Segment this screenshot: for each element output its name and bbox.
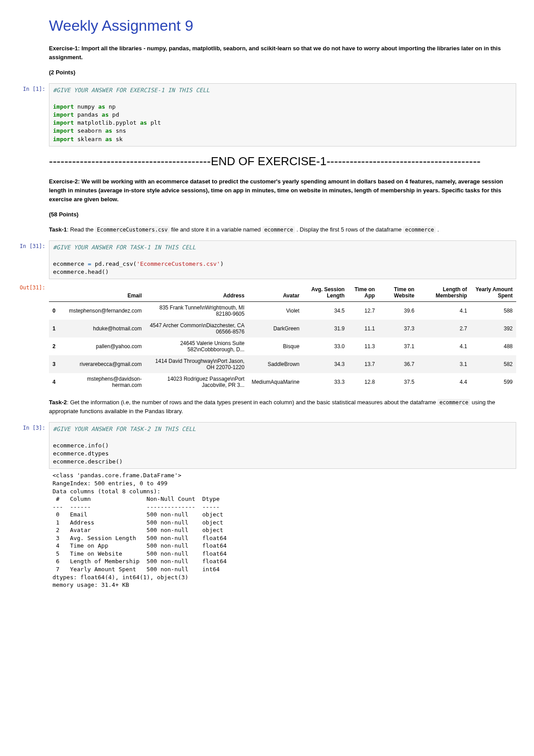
table-cell: 4547 Archer Common\nDiazchester, CA 0656… [146, 320, 248, 337]
kw: import [53, 127, 74, 134]
exercise-1-description: Exercise-1: Import all the libraries - n… [49, 44, 512, 77]
exercise-2-text: Exercise-2: We will be working with an e… [49, 177, 512, 204]
table-cell: 34.3 [303, 355, 348, 373]
table-cell: 12.8 [348, 373, 378, 391]
table-cell: 11.1 [348, 320, 378, 337]
txt: ecommerce [53, 260, 88, 267]
prompt-in-31: In [31]: [18, 240, 49, 279]
table-cell: 3.1 [418, 355, 470, 373]
txt: ecommerce.dtypes [53, 450, 109, 457]
table-row: 3riverarebecca@gmail.com1414 David Throu… [49, 355, 516, 373]
txt: . [436, 226, 439, 233]
table-cell: 34.5 [303, 302, 348, 320]
txt: ) [220, 260, 224, 267]
task-label: Task-1 [49, 226, 67, 233]
table-cell: 24645 Valerie Unions Suite 582\nCobbboro… [146, 337, 248, 355]
txt: sns [112, 127, 126, 134]
table-cell: DarkGreen [248, 320, 303, 337]
table-header: Avg. Session Length [303, 284, 348, 302]
task-1-description: Task-1: Read the EcommerceCustomers.csv … [49, 225, 512, 234]
str: 'EcommerceCustomers.csv' [137, 260, 220, 267]
dataframe-output: EmailAddressAvatarAvg. Session LengthTim… [49, 282, 516, 395]
txt: sk [112, 136, 122, 142]
code-comment: #GIVE YOUR ANSWER FOR TASK-1 IN THIS CEL… [53, 244, 196, 251]
code-cell-3: In [3]: #GIVE YOUR ANSWER FOR TASK-2 IN … [18, 422, 516, 469]
prompt-in-1: In [1]: [18, 83, 49, 146]
txt: plt [147, 119, 161, 126]
table-cell: 12.7 [348, 302, 378, 320]
table-row: 1hduke@hotmail.com4547 Archer Common\nDi… [49, 320, 516, 337]
table-cell: 33.0 [303, 337, 348, 355]
table-cell: 2 [49, 337, 59, 355]
exercise-2-description: Exercise-2: We will be working with an e… [49, 177, 512, 235]
kw: import [53, 136, 74, 142]
code-cell-2: In [31]: #GIVE YOUR ANSWER FOR TASK-1 IN… [18, 240, 516, 279]
inline-code: EcommerceCustomers.csv [95, 226, 170, 233]
table-header: Address [146, 284, 248, 302]
table-cell: 37.3 [378, 320, 418, 337]
txt: ecommerce.info() [53, 442, 109, 449]
table-cell: SaddleBrown [248, 355, 303, 373]
exercise-1-points: (2 Points) [49, 68, 512, 77]
kw: as [102, 111, 109, 118]
code-input-2[interactable]: #GIVE YOUR ANSWER FOR TASK-1 IN THIS CEL… [49, 240, 516, 279]
table-cell: 4.1 [418, 302, 470, 320]
table-row: 4mstephens@davidson-herman.com14023 Rodr… [49, 373, 516, 391]
table-cell: Violet [248, 302, 303, 320]
txt: file and store it in a variable named [170, 226, 263, 233]
table-cell: 835 Frank Tunnel\nWrightmouth, MI 82180-… [146, 302, 248, 320]
code-input-1[interactable]: #GIVE YOUR ANSWER FOR EXERCISE-1 IN THIS… [49, 83, 516, 146]
table-cell: 488 [471, 337, 516, 355]
table-cell: Bisque [248, 337, 303, 355]
txt: : Read the [67, 226, 95, 233]
dataframe-table: EmailAddressAvatarAvg. Session LengthTim… [49, 284, 516, 391]
table-cell: 11.3 [348, 337, 378, 355]
table-cell: 37.5 [378, 373, 418, 391]
exercise-2-points: (58 Points) [49, 210, 512, 219]
table-row: 2pallen@yahoo.com24645 Valerie Unions Su… [49, 337, 516, 355]
txt: pd [109, 111, 119, 118]
kw: as [105, 127, 112, 134]
table-cell: 4 [49, 373, 59, 391]
info-output: <class 'pandas.core.frame.DataFrame'> Ra… [49, 471, 516, 589]
table-header: Yearly Amount Spent [471, 284, 516, 302]
op: = [88, 260, 91, 267]
table-header: Avatar [248, 284, 303, 302]
txt: pd.read_csv( [91, 260, 137, 267]
inline-code: ecommerce [263, 226, 295, 233]
table-cell: 13.7 [348, 355, 378, 373]
code-input-3[interactable]: #GIVE YOUR ANSWER FOR TASK-2 IN THIS CEL… [49, 422, 516, 469]
table-header: Length of Membership [418, 284, 470, 302]
kw: import [53, 103, 74, 110]
kw: as [140, 119, 147, 126]
txt: matplotlib.pyplot [74, 119, 140, 126]
kw: import [53, 111, 74, 118]
table-cell: mstephens@davidson-herman.com [59, 373, 146, 391]
table-header: Time on App [348, 284, 378, 302]
task-label: Task-2 [49, 399, 67, 406]
table-cell: 392 [471, 320, 516, 337]
prompt-blank [18, 471, 49, 589]
txt: sklearn [74, 136, 105, 142]
table-cell: 39.6 [378, 302, 418, 320]
table-header: Email [59, 284, 146, 302]
inline-code: ecommerce [403, 226, 436, 233]
table-cell: 4.4 [418, 373, 470, 391]
kw: as [98, 103, 105, 110]
table-header: Time on Website [378, 284, 418, 302]
kw: import [53, 119, 74, 126]
txt: ecommerce.describe() [53, 458, 123, 465]
table-cell: 37.1 [378, 337, 418, 355]
txt: : Get the information (i.e, the number o… [67, 399, 437, 406]
table-cell: 582 [471, 355, 516, 373]
txt: ecommerce.head() [53, 268, 109, 275]
output-cell-31: Out[31]: EmailAddressAvatarAvg. Session … [18, 282, 516, 395]
exercise-1-text: Exercise-1: Import all the libraries - n… [49, 44, 512, 62]
task-2-description-block: Task-2: Get the information (i.e, the nu… [49, 398, 512, 416]
table-row: 0mstephenson@fernandez.com835 Frank Tunn… [49, 302, 516, 320]
table-cell: 4.1 [418, 337, 470, 355]
task-2-description: Task-2: Get the information (i.e, the nu… [49, 398, 512, 416]
txt: np [105, 103, 115, 110]
table-cell: 599 [471, 373, 516, 391]
table-cell: 33.3 [303, 373, 348, 391]
